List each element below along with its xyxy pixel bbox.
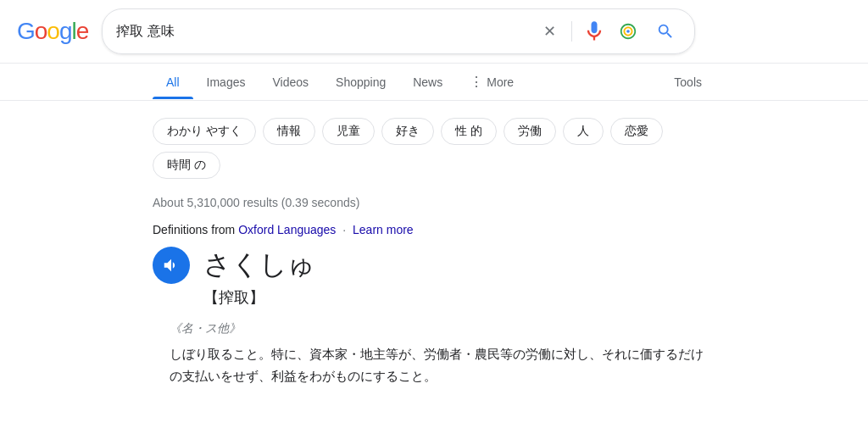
logo-letter-g: G <box>17 18 35 44</box>
search-icons <box>537 16 681 47</box>
tab-tools[interactable]: Tools <box>660 65 715 99</box>
nav-tabs: All Images Videos Shopping News ⋮ More T… <box>0 64 868 101</box>
word-header: さくしゅ <box>153 247 715 284</box>
logo-letter-o2: o <box>47 18 59 44</box>
lens-button[interactable] <box>616 19 640 43</box>
source-separator: · <box>342 223 346 236</box>
tab-all[interactable]: All <box>153 65 193 99</box>
search-input[interactable]: 搾取 意味 <box>116 24 527 39</box>
definition-block: 《名・ス他》 しぼり取ること。特に、資本家・地主等が、労働者・農民等の労働に対し… <box>153 321 715 386</box>
tab-videos[interactable]: Videos <box>259 65 322 99</box>
search-icon <box>656 22 675 41</box>
filter-chips: わかり やすく 情報 児童 好き 性 的 労働 人 恋愛 時間 の <box>153 108 715 189</box>
header: Google 搾取 意味 <box>0 0 868 64</box>
chip-0[interactable]: わかり やすく <box>153 118 256 145</box>
google-logo[interactable]: Google <box>17 18 88 45</box>
logo-letter-g2: g <box>59 18 72 44</box>
search-button[interactable] <box>650 16 681 47</box>
audio-button[interactable] <box>153 247 190 284</box>
microphone-button[interactable] <box>582 19 606 43</box>
clear-button[interactable] <box>537 19 561 43</box>
word-reading: さくしゅ <box>203 247 315 284</box>
learn-more-link[interactable]: Learn more <box>353 223 414 236</box>
chip-2[interactable]: 児童 <box>322 118 375 145</box>
chip-7[interactable]: 恋愛 <box>610 118 663 145</box>
content: わかり やすく 情報 児童 好き 性 的 労働 人 恋愛 時間 の About … <box>0 101 868 393</box>
logo-letter-o1: o <box>35 18 47 44</box>
lens-icon <box>619 22 637 41</box>
more-dots-icon: ⋮ <box>470 74 483 90</box>
chip-4[interactable]: 性 的 <box>441 118 497 145</box>
definition-text: しぼり取ること。特に、資本家・地主等が、労働者・農民等の労働に対し、それに価する… <box>170 343 715 386</box>
definition-source: Definitions from Oxford Languages · Lear… <box>153 220 715 247</box>
part-of-speech: 《名・ス他》 <box>170 321 715 336</box>
microphone-icon <box>582 19 606 43</box>
tab-more[interactable]: ⋮ More <box>456 64 527 100</box>
chip-8[interactable]: 時間 の <box>153 152 220 179</box>
logo-letter-e: e <box>76 18 89 44</box>
tab-news[interactable]: News <box>399 65 456 99</box>
tab-shopping[interactable]: Shopping <box>322 65 399 99</box>
speaker-icon <box>162 256 181 275</box>
search-bar: 搾取 意味 <box>102 8 695 54</box>
oxford-languages-link[interactable]: Oxford Languages <box>238 223 336 236</box>
tab-images[interactable]: Images <box>193 65 259 99</box>
divider <box>571 21 572 42</box>
word-kanji: 【搾取】 <box>153 287 715 308</box>
chip-3[interactable]: 好き <box>381 118 434 145</box>
svg-point-0 <box>626 30 630 33</box>
results-summary: About 5,310,000 results (0.39 seconds) <box>153 189 715 220</box>
chip-6[interactable]: 人 <box>563 118 604 145</box>
chip-1[interactable]: 情報 <box>263 118 315 145</box>
chip-5[interactable]: 労働 <box>504 118 556 145</box>
definition-source-prefix: Definitions from <box>153 223 235 236</box>
